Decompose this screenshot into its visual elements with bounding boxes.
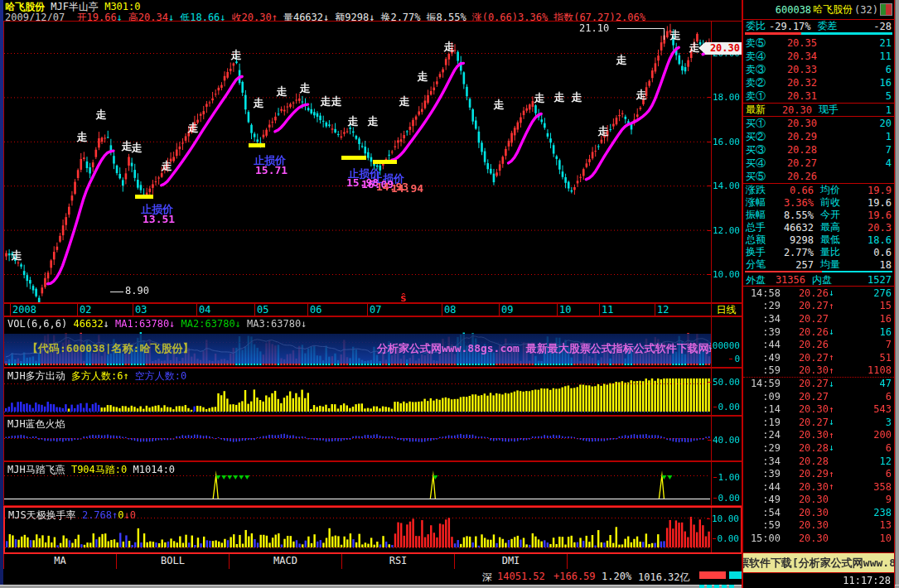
tick-time: :24 <box>746 429 781 441</box>
month-tick-line <box>254 304 255 316</box>
low-pointer-line <box>110 292 123 292</box>
hand-label: 现手 <box>819 103 839 117</box>
ad-banner-overlay[interactable]: 【代码:600038|名称:哈飞股份】 分析家公式网www.88gs.com 最… <box>4 334 711 364</box>
window-frame-right <box>895 0 899 588</box>
zou-mark: 走 <box>321 94 331 109</box>
tick-price: 20.26 <box>781 326 829 338</box>
tick-price: 20.30 <box>781 519 829 531</box>
tab-dmi[interactable]: DMI <box>455 554 568 569</box>
stat-value: 20.3 <box>848 222 892 234</box>
index-value: 14051.52 <box>497 571 545 582</box>
tick-time: :29 <box>746 442 781 454</box>
indicator-tab-bar: MABOLLMACDRSIDMI <box>3 554 743 569</box>
index-pct: 1.20% <box>602 571 631 582</box>
tick-volume: 10 <box>839 533 892 544</box>
stat-value: 3.36% <box>774 197 814 209</box>
tick-direction-arrow: ↑ <box>829 301 839 311</box>
tick-list[interactable]: 14:5820.26↓276:2920.27↑15:3420.2716:3920… <box>743 287 894 552</box>
tick-time: :39 <box>746 326 781 338</box>
period-label[interactable]: 日线 <box>717 304 737 316</box>
tick-time: :29 <box>746 300 781 311</box>
tick-row: :3920.26↓16 <box>743 325 894 339</box>
tick-time: :59 <box>746 364 781 376</box>
ask-level-row: 卖③20.336 <box>743 63 894 76</box>
tab-ma[interactable]: MA <box>4 554 117 569</box>
tick-volume: 543 <box>839 403 892 415</box>
zou-mark: 走 <box>616 53 627 68</box>
bid-price: 20.27 <box>774 157 817 169</box>
latest-price-row: 最新 20.30 现手 1 <box>743 103 894 117</box>
month-tick-line <box>499 304 500 316</box>
ask-label: 卖② <box>746 76 774 90</box>
outer-label: 外盘 <box>746 273 766 287</box>
main-plot[interactable]: 走走走走走走走走走走走走走走走走走走走走走走走走走走走止损价止损价止损价止损价1… <box>4 22 712 302</box>
window-count: (32) <box>854 4 878 16</box>
tianji-indicator-pane: MJS天极换手率 2.768↑0↓0 10.00 0.00 <box>3 506 742 554</box>
tick-volume: 15 <box>839 300 892 311</box>
zou-mark: 走 <box>348 114 359 129</box>
quote-header[interactable]: 600038 哈飞股份 (32) <box>743 0 894 20</box>
stop-loss-value: 14.94 <box>391 182 423 195</box>
bid-volume: 7 <box>817 144 892 156</box>
tick-direction-arrow: ↑ <box>829 481 839 492</box>
adv-block-icon <box>699 571 726 579</box>
tab-rsi[interactable]: RSI <box>342 554 455 569</box>
bid-label: 买④ <box>746 157 774 171</box>
ask-price: 20.33 <box>774 64 817 75</box>
tick-price: 20.27 <box>781 417 829 428</box>
scroll-ad-text: 票软件下载[分析家公式网www.88gs.com] <box>743 556 894 571</box>
month-tick-line <box>599 304 600 316</box>
month-label: 09 <box>501 304 513 316</box>
tick-direction-arrow: ↑ <box>829 352 839 363</box>
mini-chart-icon[interactable] <box>880 3 892 16</box>
weicha-label: 委差 <box>818 19 838 33</box>
market-label: 深 <box>482 571 492 585</box>
ask-level-row: 卖①20.315 <box>743 89 894 103</box>
tick-direction-arrow: ↓ <box>829 326 839 337</box>
tick-price: 20.30 <box>781 403 829 415</box>
lanse-canvas[interactable] <box>4 417 710 460</box>
tick-price: 20.30 <box>781 429 829 441</box>
top-info-bar: 哈飞股份 MJF半山亭 M301:0 2009/12/07 开19.66↓高20… <box>5 0 741 21</box>
zou-mark: 走 <box>77 130 88 145</box>
lanse-indicator-pane: MJH蓝色火焰 40.00 <box>3 416 742 461</box>
stat-value: 19.9 <box>848 185 892 196</box>
tick-row: 15:0020.3010 <box>743 532 894 545</box>
status-bar: 深 14051.52 +166.59 1.20% 1016.32亿 <box>3 569 742 585</box>
ask-level-row: 卖④20.3411 <box>743 50 894 63</box>
tick-row: :5920.30↑1108 <box>743 364 894 378</box>
ask-levels: 卖⑤20.3521卖④20.3411卖③20.336卖②20.3216卖①20.… <box>743 36 894 103</box>
ask-label: 卖③ <box>746 63 774 77</box>
tianji-title: MJS天极换手率 <box>8 509 76 521</box>
daily-stats: 涨跌0.66均价19.9涨幅3.36%前收19.6振幅8.55%今开19.6总手… <box>743 184 894 271</box>
tick-direction-arrow: ↑ <box>829 404 839 415</box>
tick-volume: 9 <box>839 494 892 505</box>
volume-param-line: VOL(6,6,6) 46632↓ MA1:63780↓ MA2:63780↓ … <box>7 318 307 330</box>
tick-row: :0920.276 <box>743 390 894 403</box>
tick-row: :4920.27↑51 <box>743 351 894 364</box>
ask-price: 20.31 <box>774 90 817 102</box>
bid-level-row: 买③20.287 <box>743 143 894 157</box>
stat-value: 19.6 <box>848 197 892 209</box>
stats-row: 总额9298最低18.6 <box>743 234 894 246</box>
tick-row: :3920.29↑6 <box>743 467 894 480</box>
tab-macd[interactable]: MACD <box>230 554 342 569</box>
zou-mark: 走 <box>96 108 107 123</box>
scroll-ad-banner[interactable]: 票软件下载[分析家公式网www.88gs.com] <box>743 552 894 572</box>
tab-boll[interactable]: BOLL <box>117 554 230 569</box>
time-axis-strip: 20080203040506070809101112 日线 <box>3 303 742 316</box>
tick-direction-arrow: ↑ <box>829 469 839 480</box>
zou-mark: 走 <box>300 81 311 96</box>
tick-price: 20.30 <box>781 507 829 518</box>
month-label: 04 <box>199 304 210 316</box>
month-label: 02 <box>80 304 91 316</box>
tick-price: 20.29 <box>781 468 829 480</box>
stat-value: 18.6 <box>848 234 892 246</box>
weicha-value: -28 <box>838 21 892 32</box>
tick-time: :39 <box>746 468 781 480</box>
ask-price: 20.32 <box>774 77 817 89</box>
tick-row: :1920.27↓3 <box>743 416 894 429</box>
ask-label: 卖⑤ <box>746 36 774 51</box>
zou-mark: 走 <box>418 70 428 84</box>
high-pointer-line <box>617 28 664 29</box>
